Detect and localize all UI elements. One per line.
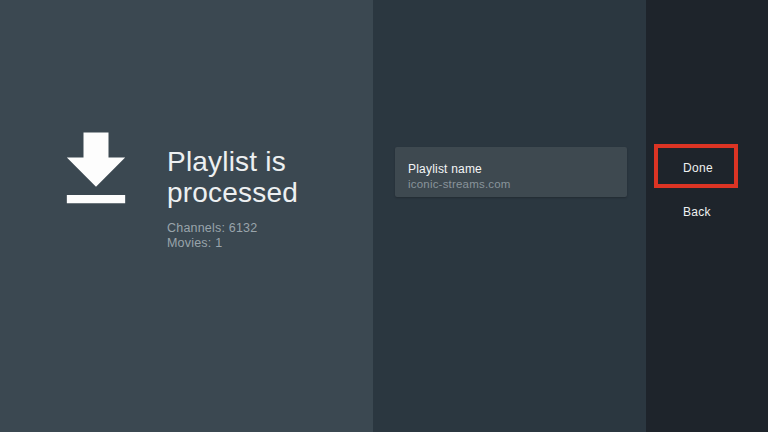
status-panel: Playlist is processed Channels: 6132 Mov… [0, 0, 373, 432]
playlist-processed-screen: Playlist is processed Channels: 6132 Mov… [0, 0, 768, 432]
actions-panel: Done Back [646, 0, 768, 432]
download-icon [46, 120, 146, 220]
playlist-name-field[interactable]: Playlist name iconic-streams.com [395, 147, 627, 197]
playlist-name-label: Playlist name [408, 162, 614, 176]
status-text-block: Playlist is processed Channels: 6132 Mov… [167, 146, 337, 250]
done-button[interactable]: Done [646, 146, 768, 190]
actions-list: Done Back [646, 146, 768, 234]
playlist-name-value: iconic-streams.com [408, 178, 614, 191]
channels-count: Channels: 6132 [167, 221, 337, 236]
movies-count: Movies: 1 [167, 236, 337, 251]
status-title: Playlist is processed [167, 146, 319, 208]
form-panel: Playlist name iconic-streams.com [373, 0, 646, 432]
back-button[interactable]: Back [646, 190, 768, 234]
status-stats: Channels: 6132 Movies: 1 [167, 221, 337, 250]
